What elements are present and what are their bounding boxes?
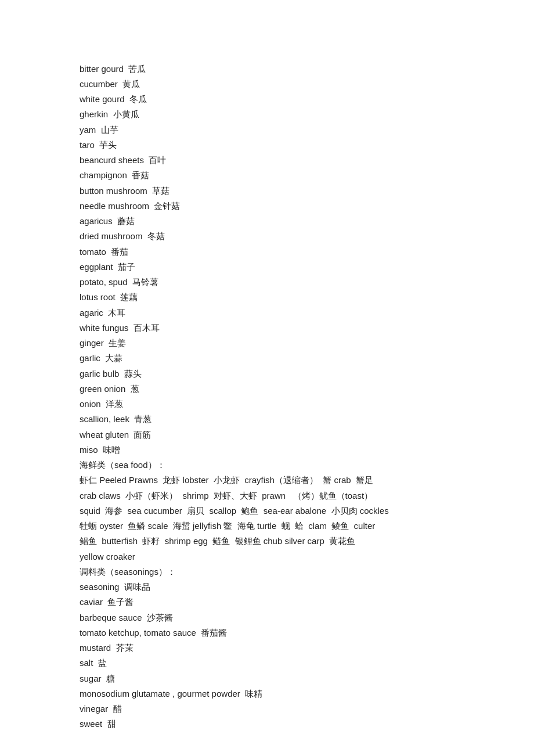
list-item: agaricus 蘑菇 <box>80 214 454 229</box>
list-item: vinegar 醋 <box>80 701 454 717</box>
list-item: wheat gluten 面筋 <box>80 427 454 442</box>
list-item: champignon 香菇 <box>80 168 454 183</box>
list-item: barbeque sauce 沙茶酱 <box>80 610 454 625</box>
list-item: salt 盐 <box>80 656 454 671</box>
list-item: gherkin 小黄瓜 <box>80 107 454 122</box>
list-item: taro 芋头 <box>80 138 454 153</box>
list-item: sugar 糖 <box>80 671 454 686</box>
list-item: sweet 甜 <box>80 717 454 732</box>
list-item: onion 洋葱 <box>80 397 454 412</box>
list-item: crab claws 小虾（虾米） shrimp 对虾、大虾 prawn （烤）… <box>80 488 454 503</box>
list-item: miso 味噌 <box>80 442 454 458</box>
list-item: agaric 木耳 <box>80 305 454 321</box>
list-item: lotus root 莲藕 <box>80 290 454 305</box>
list-item: 牡蛎 oyster 鱼鳞 scale 海蜇 jellyfish 鳖 海龟 tur… <box>80 519 454 534</box>
list-item: 虾仁 Peeled Prawns 龙虾 lobster 小龙虾 crayfish… <box>80 473 454 488</box>
list-item: bitter gourd 苦瓜 <box>80 62 454 77</box>
list-item: tomato 番茄 <box>80 244 454 260</box>
list-item: eggplant 茄子 <box>80 260 454 275</box>
list-item: seasoning 调味品 <box>80 579 454 595</box>
list-item: 海鲜类（sea food）： <box>80 458 454 473</box>
list-item: cucumber 黄瓜 <box>80 77 454 92</box>
list-item: caviar 鱼子酱 <box>80 595 454 610</box>
list-item: beancurd sheets 百叶 <box>80 153 454 168</box>
list-item: needle mushroom 金针菇 <box>80 199 454 214</box>
list-item: white fungus 百木耳 <box>80 321 454 336</box>
list-item: monosodium glutamate , gourmet powder 味精 <box>80 686 454 701</box>
list-item: 鲳鱼 butterfish 虾籽 shrimp egg 鲢鱼 银鲤鱼 chub … <box>80 534 454 549</box>
list-item: mustard 芥茉 <box>80 640 454 656</box>
list-item: yam 山芋 <box>80 123 454 138</box>
list-item: yellow croaker <box>80 549 454 564</box>
list-item: scallion, leek 青葱 <box>80 412 454 427</box>
list-item: white gourd 冬瓜 <box>80 92 454 107</box>
list-item: squid 海参 sea cucumber 扇贝 scallop 鲍鱼 sea-… <box>80 503 454 519</box>
vocabulary-list: bitter gourd 苦瓜cucumber 黄瓜white gourd 冬瓜… <box>80 46 454 732</box>
list-item: ginger 生姜 <box>80 336 454 351</box>
list-item: potato, spud 马铃薯 <box>80 275 454 290</box>
list-item: 调料类（seasonings）： <box>80 564 454 579</box>
list-item: garlic bulb 蒜头 <box>80 366 454 381</box>
list-item: button mushroom 草菇 <box>80 183 454 199</box>
list-item: green onion 葱 <box>80 381 454 397</box>
list-item: dried mushroom 冬菇 <box>80 229 454 244</box>
list-item: garlic 大蒜 <box>80 351 454 366</box>
list-item: tomato ketchup, tomato sauce 番茄酱 <box>80 625 454 640</box>
